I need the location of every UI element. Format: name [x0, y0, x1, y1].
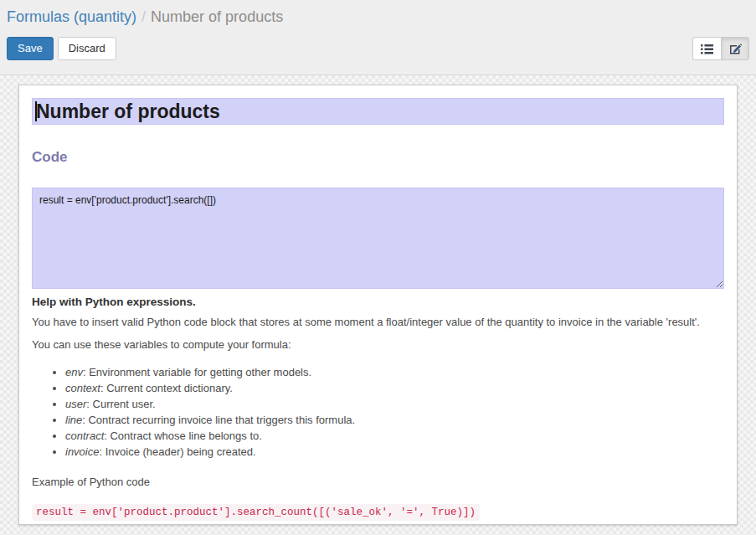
- breadcrumb-parent-link[interactable]: Formulas (quantity): [7, 8, 136, 25]
- variable-name: user: [65, 398, 86, 410]
- help-heading: Help with Python expressions.: [32, 296, 724, 308]
- record-title-input[interactable]: [32, 98, 724, 125]
- title-field-wrap: [32, 98, 724, 125]
- list-view-button[interactable]: [692, 37, 721, 60]
- help-variables-intro: You can use these variables to compute y…: [32, 337, 724, 353]
- variable-name: invoice: [65, 445, 99, 458]
- variable-item-user: user: Current user.: [65, 396, 724, 412]
- toolbar: SaveDiscard: [7, 37, 749, 60]
- variable-description: : Environment variable for getting other…: [83, 366, 311, 378]
- control-panel: Formulas (quantity)/Number of products S…: [0, 0, 756, 75]
- discard-button[interactable]: Discard: [58, 37, 116, 60]
- code-section-heading: Code: [32, 149, 724, 166]
- example-label: Example of Python code: [32, 475, 724, 491]
- variable-item-line: line: Contract recurring invoice line th…: [65, 412, 724, 428]
- variable-description: : Current user.: [86, 398, 155, 410]
- help-block: Help with Python expressions. You have t…: [32, 296, 724, 521]
- variable-item-env: env: Environment variable for getting ot…: [65, 364, 724, 380]
- variable-name: context: [65, 382, 100, 394]
- variable-description: : Contract whose line belongs to.: [104, 430, 262, 442]
- breadcrumb: Formulas (quantity)/Number of products: [7, 7, 749, 27]
- variable-item-context: context: Current context dictionary.: [65, 380, 724, 396]
- variable-item-contract: contract: Contract whose line belongs to…: [65, 428, 724, 444]
- breadcrumb-current: Number of products: [151, 8, 283, 25]
- text-cursor: [35, 101, 37, 121]
- list-icon: [701, 44, 713, 54]
- variable-name: contract: [65, 430, 104, 442]
- save-button[interactable]: Save: [7, 37, 54, 60]
- help-intro: You have to insert valid Python code blo…: [32, 315, 724, 331]
- form-work-area: Code result = env['product.product'].sea…: [0, 75, 756, 535]
- variable-item-invoice: invoice: Invoice (header) being created.: [65, 444, 724, 460]
- example-code: result = env['product.product'].search_c…: [32, 504, 480, 521]
- variable-description: : Contract recurring invoice line that t…: [82, 414, 355, 426]
- view-switcher: [692, 37, 749, 60]
- variable-description: : Invoice (header) being created.: [99, 445, 255, 458]
- variable-name: line: [65, 414, 82, 426]
- code-input-textarea[interactable]: result = env['product.product'].search([…: [32, 188, 724, 289]
- variable-description: : Current context dictionary.: [100, 382, 233, 394]
- variable-name: env: [65, 366, 83, 378]
- toolbar-left: SaveDiscard: [7, 37, 116, 60]
- form-sheet: Code result = env['product.product'].sea…: [18, 85, 738, 525]
- edit-view-button[interactable]: [721, 37, 749, 60]
- edit-pencil-icon: [729, 43, 742, 54]
- breadcrumb-separator: /: [136, 8, 151, 25]
- variables-list: env: Environment variable for getting ot…: [32, 364, 724, 460]
